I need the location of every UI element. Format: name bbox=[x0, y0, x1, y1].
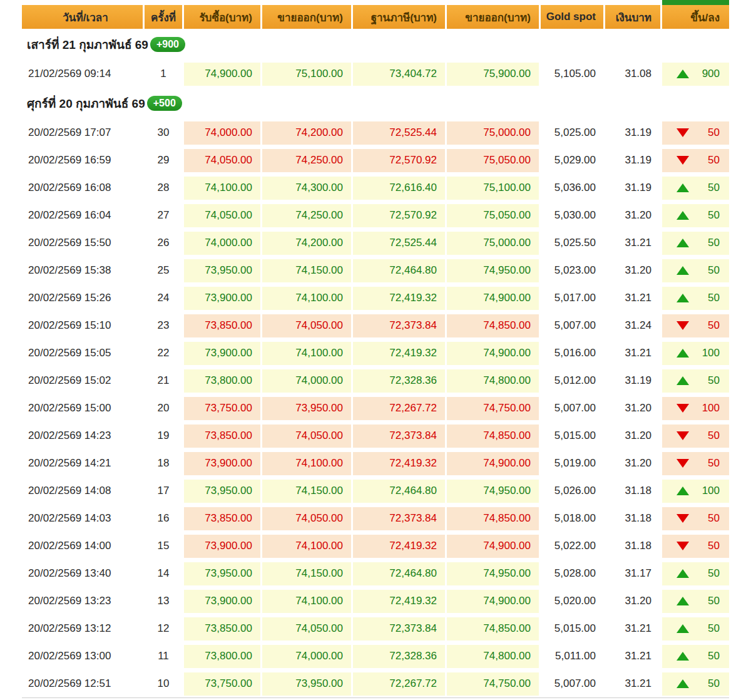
cell-datetime: 20/02/2569 13:00 bbox=[22, 645, 143, 668]
cell-change: 50 bbox=[662, 672, 729, 696]
up-arrow-icon bbox=[677, 376, 689, 385]
cell-round: 28 bbox=[145, 177, 182, 200]
cell-round: 26 bbox=[145, 232, 182, 255]
cell-change: 50 bbox=[662, 425, 729, 448]
cell-baht: 31.19 bbox=[605, 177, 660, 200]
up-arrow-icon bbox=[677, 624, 689, 633]
change-column-highlight bbox=[662, 0, 729, 5]
cell-sell2: 74,900.00 bbox=[447, 535, 539, 558]
cell-baht: 31.21 bbox=[605, 342, 660, 365]
change-value: 50 bbox=[693, 182, 720, 194]
price-row: 20/02/2569 15:022173,800.0074,000.0072,3… bbox=[22, 367, 729, 394]
cell-baht: 31.21 bbox=[605, 287, 660, 310]
cell-sell: 74,150.00 bbox=[262, 562, 351, 585]
cell-baht: 31.18 bbox=[605, 480, 660, 503]
price-row: 20/02/2569 16:592974,050.0074,250.0072,5… bbox=[22, 147, 729, 174]
cell-buy: 73,800.00 bbox=[184, 645, 260, 668]
cell-sell: 74,300.00 bbox=[262, 177, 351, 200]
cell-sell2: 74,900.00 bbox=[447, 287, 539, 310]
down-arrow-icon bbox=[677, 514, 689, 523]
cell-tax: 72,419.32 bbox=[353, 452, 445, 475]
down-arrow-icon bbox=[677, 404, 689, 413]
up-arrow-icon bbox=[677, 211, 689, 220]
cell-datetime: 20/02/2569 16:04 bbox=[22, 204, 143, 227]
cell-baht: 31.21 bbox=[605, 617, 660, 641]
cell-round: 16 bbox=[145, 507, 182, 530]
cell-datetime: 20/02/2569 13:12 bbox=[22, 617, 143, 641]
cell-spot: 5,015.00 bbox=[541, 425, 603, 448]
column-header-buy: รับซื้อ(บาท) bbox=[184, 5, 260, 29]
cell-buy: 73,800.00 bbox=[184, 369, 260, 393]
cell-buy: 73,850.00 bbox=[184, 507, 260, 530]
cell-change: 50 bbox=[662, 617, 729, 641]
cell-datetime: 20/02/2569 16:08 bbox=[22, 177, 143, 200]
cell-change: 50 bbox=[662, 535, 729, 558]
cell-round: 20 bbox=[145, 397, 182, 420]
cell-baht: 31.17 bbox=[605, 562, 660, 585]
daily-change-badge: +500 bbox=[147, 96, 182, 111]
price-row: 20/02/2569 14:081773,950.0074,150.0072,4… bbox=[22, 477, 729, 505]
cell-datetime: 20/02/2569 17:07 bbox=[22, 121, 143, 145]
change-value: 50 bbox=[693, 567, 720, 580]
change-value: 100 bbox=[693, 347, 720, 359]
cell-sell: 73,950.00 bbox=[262, 397, 351, 420]
cell-round: 22 bbox=[145, 342, 182, 365]
cell-sell2: 74,900.00 bbox=[447, 590, 539, 613]
cell-change: 50 bbox=[662, 149, 729, 172]
cell-datetime: 21/02/2569 09:14 bbox=[22, 63, 143, 86]
price-row: 20/02/2569 14:211873,900.0074,100.0072,4… bbox=[22, 450, 729, 477]
price-row: 20/02/2569 15:002073,750.0073,950.0072,2… bbox=[22, 394, 729, 422]
up-arrow-icon bbox=[677, 294, 689, 302]
change-value: 50 bbox=[693, 650, 720, 662]
cell-sell2: 75,100.00 bbox=[447, 177, 539, 200]
price-row: 20/02/2569 16:082874,100.0074,300.0072,6… bbox=[22, 174, 729, 202]
price-row: 20/02/2569 17:073074,000.0074,200.0072,5… bbox=[22, 119, 729, 147]
change-value: 50 bbox=[693, 319, 720, 332]
group-date-label: เสาร์ที่ 21 กุมภาพันธ์ 69 bbox=[27, 35, 148, 54]
cell-buy: 73,750.00 bbox=[184, 397, 260, 420]
cell-buy: 73,850.00 bbox=[184, 425, 260, 448]
cell-datetime: 20/02/2569 12:51 bbox=[22, 672, 143, 696]
down-arrow-icon bbox=[677, 321, 689, 330]
cell-sell2: 75,000.00 bbox=[447, 121, 539, 145]
cell-tax: 72,616.40 bbox=[353, 177, 445, 200]
cell-spot: 5,023.00 bbox=[541, 259, 603, 282]
cell-sell2: 75,050.00 bbox=[447, 204, 539, 227]
cell-spot: 5,018.00 bbox=[541, 507, 603, 530]
cell-baht: 31.19 bbox=[605, 369, 660, 393]
change-value: 50 bbox=[693, 512, 720, 525]
date-group-row: ศุกร์ที่ 20 กุมภาพันธ์ 69+500 bbox=[22, 88, 729, 119]
cell-sell2: 74,750.00 bbox=[447, 672, 539, 696]
cell-baht: 31.24 bbox=[605, 314, 660, 337]
cell-tax: 72,525.44 bbox=[353, 121, 445, 145]
column-header-datetime: วันที่/เวลา bbox=[22, 5, 143, 29]
cell-sell: 74,100.00 bbox=[262, 452, 351, 475]
gold-price-page: วันที่/เวลาครั้งที่รับซื้อ(บาท)ขายออก(บา… bbox=[0, 0, 751, 700]
cell-change: 50 bbox=[662, 314, 729, 337]
column-header-round: ครั้งที่ bbox=[145, 5, 182, 29]
cell-baht: 31.18 bbox=[605, 507, 660, 530]
cell-sell: 74,100.00 bbox=[262, 287, 351, 310]
cell-round: 29 bbox=[145, 149, 182, 172]
cell-sell: 74,050.00 bbox=[262, 425, 351, 448]
price-row: 20/02/2569 13:121273,850.0074,050.0072,3… bbox=[22, 615, 729, 642]
cell-sell2: 75,050.00 bbox=[447, 149, 539, 172]
cell-buy: 74,000.00 bbox=[184, 232, 260, 255]
cell-datetime: 20/02/2569 15:26 bbox=[22, 287, 143, 310]
date-group-row: เสาร์ที่ 21 กุมภาพันธ์ 69+900 bbox=[22, 29, 729, 60]
cell-sell2: 75,000.00 bbox=[447, 232, 539, 255]
cell-round: 17 bbox=[145, 480, 182, 503]
cell-sell2: 74,750.00 bbox=[447, 397, 539, 420]
price-row: 20/02/2569 15:262473,900.0074,100.0072,4… bbox=[22, 284, 729, 312]
up-arrow-icon bbox=[677, 69, 689, 78]
cell-sell2: 74,900.00 bbox=[447, 452, 539, 475]
cell-tax: 72,373.84 bbox=[353, 314, 445, 337]
change-value: 50 bbox=[693, 154, 720, 167]
cell-tax: 72,419.32 bbox=[353, 535, 445, 558]
cell-change: 50 bbox=[662, 204, 729, 227]
cell-spot: 5,025.00 bbox=[541, 121, 603, 145]
cell-datetime: 20/02/2569 15:50 bbox=[22, 232, 143, 255]
cell-datetime: 20/02/2569 13:23 bbox=[22, 590, 143, 613]
price-row: 20/02/2569 14:031673,850.0074,050.0072,3… bbox=[22, 505, 729, 532]
price-row: 20/02/2569 15:382573,950.0074,150.0072,4… bbox=[22, 257, 729, 284]
